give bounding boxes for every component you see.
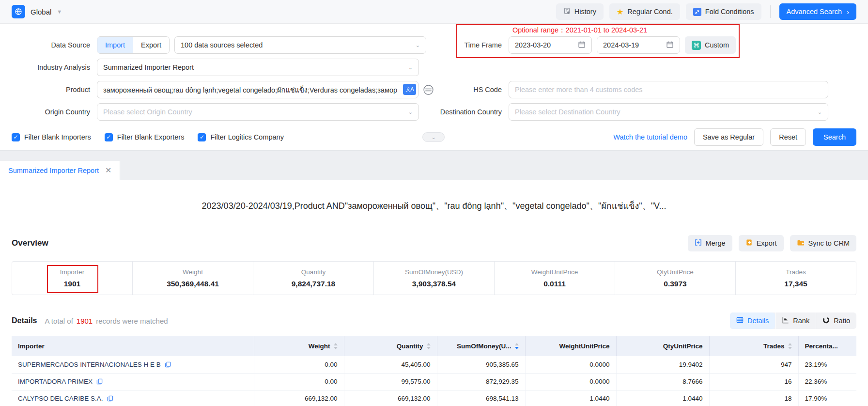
- checkbox-checked-icon: ✓: [12, 133, 20, 141]
- destination-country-select[interactable]: Please select Destination Country ⌄: [509, 103, 828, 121]
- export-toggle[interactable]: Export: [133, 37, 169, 53]
- date-start-input[interactable]: 2023-03-20: [509, 36, 592, 54]
- column-header-importer[interactable]: Importer: [12, 336, 254, 356]
- regular-cond-label: Regular Cond.: [627, 8, 673, 16]
- chevron-down-icon: ▼: [57, 9, 62, 15]
- stat-value: 0.0111: [543, 280, 566, 288]
- filter-blank-exporters-checkbox[interactable]: ✓ Filter Blank Exporters: [105, 133, 185, 141]
- cell-weight-unit-price: 0.0000: [525, 356, 616, 373]
- copy-icon[interactable]: [107, 395, 113, 402]
- history-label: History: [574, 8, 596, 16]
- calendar-icon: [578, 41, 586, 50]
- filter-logitics-company-checkbox[interactable]: ✓ Filter Logitics Company: [198, 133, 284, 141]
- reset-button[interactable]: Reset: [770, 128, 806, 146]
- column-header-percentage[interactable]: Percenta...: [798, 336, 856, 356]
- cell-sum: 905,385.65: [437, 356, 525, 373]
- importer-name: IMPORTADORA PRIMEX: [18, 378, 93, 385]
- translate-badge-icon[interactable]: 文A: [403, 84, 416, 95]
- cell-weight: 0.00: [254, 373, 344, 390]
- search-button[interactable]: Search: [813, 128, 856, 146]
- view-rank-button[interactable]: Rank: [775, 312, 816, 329]
- globe-icon: [12, 5, 25, 18]
- export-button[interactable]: Export: [739, 235, 784, 251]
- match-count: 1901: [77, 317, 93, 325]
- industry-analysis-select[interactable]: Summarized Importer Report ⌄: [97, 59, 419, 76]
- filter-blank-importers-checkbox[interactable]: ✓ Filter Blank Importers: [12, 133, 91, 141]
- chevron-right-icon: ›: [847, 8, 849, 16]
- destination-country-label: Destination Country: [434, 108, 502, 116]
- stat-trades: Trades 17,345: [735, 262, 856, 295]
- view-ratio-button[interactable]: Ratio: [816, 312, 856, 329]
- tutorial-link[interactable]: Watch the tutorial demo: [613, 133, 687, 141]
- history-button[interactable]: History: [556, 3, 604, 20]
- advanced-search-button[interactable]: Advanced Search ›: [779, 3, 856, 20]
- rank-icon: [782, 316, 789, 325]
- cell-sum: 872,929.35: [437, 373, 525, 390]
- form-row-1: Data Source Import Export 100 data sourc…: [12, 36, 856, 54]
- tab-summarized-importer-report[interactable]: Summarized Importer Report ✕: [0, 161, 120, 180]
- column-header-sum-of-money[interactable]: SumOfMoney(U...: [437, 336, 525, 356]
- stat-value: 17,345: [784, 280, 807, 288]
- custom-range-button[interactable]: ⌘ Custom: [685, 36, 736, 54]
- importer-link[interactable]: IMPORTADORA PRIMEX: [18, 378, 248, 385]
- custom-label: Custom: [705, 41, 729, 49]
- column-header-qty-unit-price[interactable]: QtyUnitPrice: [616, 336, 709, 356]
- column-header-trades[interactable]: Trades: [709, 336, 798, 356]
- cell-percentage: 23.19%: [798, 356, 856, 373]
- stat-label: Trades: [786, 268, 806, 276]
- divider: [770, 5, 771, 18]
- merge-icon: [695, 239, 702, 248]
- copy-icon[interactable]: [96, 378, 103, 385]
- view-rank-label: Rank: [793, 317, 809, 325]
- region-label: Global: [31, 8, 51, 16]
- stat-sum-of-money: SumOfMoney(USD) 3,903,378.54: [373, 262, 494, 295]
- stat-quantity: Quantity 9,824,737.18: [253, 262, 373, 295]
- stat-label: WeightUnitPrice: [531, 268, 578, 276]
- column-label: WeightUnitPrice: [559, 343, 609, 350]
- column-label: Weight: [309, 343, 330, 350]
- filter-logitics-company-label: Filter Logitics Company: [210, 133, 284, 141]
- origin-country-placeholder: Please select Origin Country: [103, 108, 192, 116]
- data-source-toggle: Import Export: [97, 36, 170, 54]
- regular-cond-button[interactable]: ★ Regular Cond.: [609, 3, 680, 20]
- chevron-down-icon: ⌄: [818, 109, 822, 115]
- stat-value: 0.3973: [664, 280, 686, 288]
- hs-code-input[interactable]: [509, 81, 828, 98]
- origin-country-label: Origin Country: [12, 108, 90, 116]
- column-header-weight-unit-price[interactable]: WeightUnitPrice: [525, 336, 616, 356]
- copy-icon[interactable]: [165, 361, 171, 368]
- column-label: Importer: [18, 343, 45, 350]
- collapse-form-button[interactable]: ⌄: [422, 132, 445, 142]
- merge-button[interactable]: Merge: [688, 235, 732, 251]
- column-header-quantity[interactable]: Quantity: [344, 336, 437, 356]
- sync-to-crm-label: Sync to CRM: [808, 239, 850, 247]
- cell-weight-unit-price: 1.0440: [525, 390, 616, 406]
- save-as-regular-button[interactable]: Save as Regular: [694, 128, 763, 146]
- origin-country-select[interactable]: Please select Origin Country ⌄: [97, 103, 419, 121]
- product-input-wrap: 文A: [97, 81, 418, 98]
- data-sources-select[interactable]: 100 data sources selected ⌄: [174, 36, 426, 54]
- import-toggle[interactable]: Import: [97, 37, 133, 53]
- table-row: IMPORTADORA PRIMEX 0.00 99,575.00 872,92…: [12, 373, 856, 390]
- form-row-5: ✓ Filter Blank Importers ✓ Filter Blank …: [12, 128, 856, 146]
- region-selector[interactable]: Global ▼: [12, 5, 62, 18]
- column-header-weight[interactable]: Weight: [254, 336, 344, 356]
- filter-blank-exporters-label: Filter Blank Exporters: [117, 133, 185, 141]
- column-label: QtyUnitPrice: [663, 343, 703, 350]
- translate-toggle-icon[interactable]: [423, 84, 434, 95]
- report-content: 2023/03/20-2024/03/19,Product AND"заморо…: [0, 180, 868, 406]
- form-row-2: Industry Analysis Summarized Importer Re…: [12, 59, 856, 76]
- optional-range-hint: Optional range：2021-01-01 to 2024-03-21: [512, 26, 647, 35]
- sync-to-crm-button[interactable]: Sync to CRM: [790, 235, 856, 251]
- query-summary-title: 2023/03/20-2024/03/19,Product AND"заморо…: [0, 180, 868, 213]
- close-icon[interactable]: ✕: [105, 167, 111, 174]
- cell-qty-unit-price: 19.9402: [616, 356, 709, 373]
- importer-link[interactable]: CALYPSO DEL CARIBE S.A.: [18, 395, 248, 402]
- view-details-button[interactable]: Details: [730, 312, 775, 329]
- hs-code-label: HS Code: [434, 86, 502, 94]
- date-end-input[interactable]: 2024-03-19: [597, 36, 680, 54]
- fold-conditions-button[interactable]: Fold Conditions: [686, 3, 761, 20]
- form-row-4: Origin Country Please select Origin Coun…: [12, 103, 856, 121]
- importer-link[interactable]: SUPERMERCADOS INTERNACIONALES H E B: [18, 361, 248, 368]
- product-input[interactable]: [97, 81, 418, 98]
